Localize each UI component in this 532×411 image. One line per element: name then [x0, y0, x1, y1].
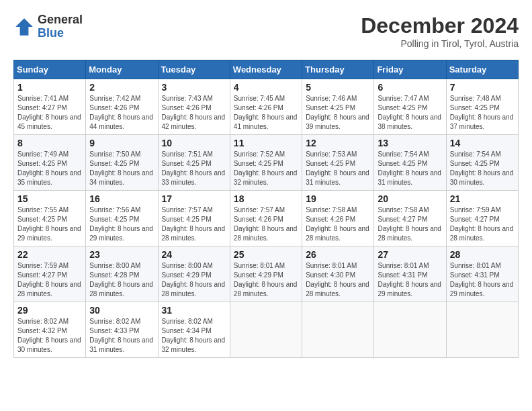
day-number: 30 — [89, 305, 154, 316]
day-number: 16 — [89, 193, 154, 204]
daylight-label: Daylight: 8 hours and 32 minutes. — [162, 336, 226, 353]
day-number: 6 — [378, 82, 442, 93]
sunrise-label: Sunrise: 8:02 AM — [89, 318, 140, 325]
title-block: December 2024 Polling in Tirol, Tyrol, A… — [361, 13, 519, 49]
table-row: 19 Sunrise: 7:58 AM Sunset: 4:26 PM Dayl… — [302, 191, 374, 246]
day-number: 15 — [17, 193, 82, 204]
day-info: Sunrise: 7:48 AM Sunset: 4:25 PM Dayligh… — [450, 94, 515, 132]
table-row: 18 Sunrise: 7:57 AM Sunset: 4:26 PM Dayl… — [230, 191, 302, 246]
sunrise-label: Sunrise: 7:58 AM — [378, 206, 429, 214]
table-row: 22 Sunrise: 7:59 AM Sunset: 4:27 PM Dayl… — [14, 246, 86, 302]
sunrise-label: Sunrise: 7:57 AM — [162, 206, 213, 214]
sunset-label: Sunset: 4:25 PM — [17, 216, 67, 223]
sunrise-label: Sunrise: 7:53 AM — [306, 150, 357, 158]
day-info: Sunrise: 7:59 AM Sunset: 4:27 PM Dayligh… — [450, 205, 515, 243]
day-number: 10 — [162, 138, 226, 148]
day-info: Sunrise: 7:54 AM Sunset: 4:25 PM Dayligh… — [378, 150, 442, 187]
daylight-label: Daylight: 8 hours and 28 minutes. — [234, 225, 298, 242]
table-row: 21 Sunrise: 7:59 AM Sunset: 4:27 PM Dayl… — [446, 191, 518, 246]
table-row: 8 Sunrise: 7:49 AM Sunset: 4:25 PM Dayli… — [14, 135, 86, 191]
day-info: Sunrise: 7:49 AM Sunset: 4:25 PM Dayligh… — [17, 150, 82, 187]
daylight-label: Daylight: 8 hours and 45 minutes. — [17, 113, 81, 130]
day-info: Sunrise: 7:42 AM Sunset: 4:26 PM Dayligh… — [89, 94, 154, 132]
day-info: Sunrise: 7:58 AM Sunset: 4:27 PM Dayligh… — [378, 205, 442, 243]
day-number: 8 — [17, 138, 82, 148]
sunrise-label: Sunrise: 7:56 AM — [89, 206, 140, 214]
table-row: 15 Sunrise: 7:55 AM Sunset: 4:25 PM Dayl… — [14, 191, 86, 246]
daylight-label: Daylight: 8 hours and 30 minutes. — [450, 169, 514, 186]
sunrise-label: Sunrise: 7:52 AM — [234, 150, 285, 158]
sunrise-label: Sunrise: 8:01 AM — [450, 262, 501, 269]
day-info: Sunrise: 7:50 AM Sunset: 4:25 PM Dayligh… — [89, 150, 154, 187]
calendar-week-row: 8 Sunrise: 7:49 AM Sunset: 4:25 PM Dayli… — [14, 135, 519, 191]
daylight-label: Daylight: 8 hours and 31 minutes. — [89, 336, 153, 353]
daylight-label: Daylight: 8 hours and 34 minutes. — [89, 169, 153, 186]
sunrise-label: Sunrise: 7:59 AM — [450, 206, 501, 214]
table-row — [230, 302, 302, 358]
daylight-label: Daylight: 8 hours and 38 minutes. — [378, 113, 441, 130]
table-row: 14 Sunrise: 7:54 AM Sunset: 4:25 PM Dayl… — [446, 135, 518, 191]
col-thursday: Thursday — [302, 60, 374, 79]
table-row: 17 Sunrise: 7:57 AM Sunset: 4:25 PM Dayl… — [158, 191, 230, 246]
daylight-label: Daylight: 8 hours and 30 minutes. — [17, 336, 81, 353]
col-friday: Friday — [374, 60, 446, 79]
daylight-label: Daylight: 8 hours and 44 minutes. — [89, 113, 153, 130]
sunset-label: Sunset: 4:30 PM — [306, 271, 355, 279]
day-number: 26 — [306, 249, 370, 260]
sunrise-label: Sunrise: 7:42 AM — [89, 95, 140, 102]
table-row: 2 Sunrise: 7:42 AM Sunset: 4:26 PM Dayli… — [86, 79, 158, 135]
sunset-label: Sunset: 4:26 PM — [89, 104, 139, 111]
logo: General Blue — [13, 13, 83, 40]
table-row: 3 Sunrise: 7:43 AM Sunset: 4:26 PM Dayli… — [158, 79, 230, 135]
table-row: 31 Sunrise: 8:02 AM Sunset: 4:34 PM Dayl… — [158, 302, 230, 358]
sunset-label: Sunset: 4:27 PM — [17, 104, 67, 111]
sunrise-label: Sunrise: 7:43 AM — [162, 95, 213, 102]
calendar-week-row: 15 Sunrise: 7:55 AM Sunset: 4:25 PM Dayl… — [14, 191, 519, 246]
day-number: 13 — [378, 138, 442, 148]
sunset-label: Sunset: 4:25 PM — [450, 160, 500, 167]
day-info: Sunrise: 7:51 AM Sunset: 4:25 PM Dayligh… — [162, 150, 226, 187]
table-row: 1 Sunrise: 7:41 AM Sunset: 4:27 PM Dayli… — [14, 79, 86, 135]
daylight-label: Daylight: 8 hours and 28 minutes. — [89, 281, 153, 298]
sunrise-label: Sunrise: 7:55 AM — [17, 206, 69, 214]
sunrise-label: Sunrise: 7:59 AM — [17, 262, 69, 269]
daylight-label: Daylight: 8 hours and 28 minutes. — [378, 225, 441, 242]
daylight-label: Daylight: 8 hours and 28 minutes. — [306, 281, 369, 298]
sunset-label: Sunset: 4:31 PM — [450, 271, 500, 279]
day-info: Sunrise: 8:01 AM Sunset: 4:30 PM Dayligh… — [306, 261, 370, 299]
daylight-label: Daylight: 8 hours and 37 minutes. — [450, 113, 514, 130]
sunrise-label: Sunrise: 8:01 AM — [234, 262, 285, 269]
day-number: 18 — [234, 193, 298, 204]
sunset-label: Sunset: 4:25 PM — [162, 216, 212, 223]
sunset-label: Sunset: 4:32 PM — [17, 327, 67, 334]
table-row: 25 Sunrise: 8:01 AM Sunset: 4:29 PM Dayl… — [230, 246, 302, 302]
table-row: 16 Sunrise: 7:56 AM Sunset: 4:25 PM Dayl… — [86, 191, 158, 246]
sunset-label: Sunset: 4:25 PM — [162, 160, 212, 167]
sunrise-label: Sunrise: 7:54 AM — [378, 150, 429, 158]
logo-icon — [13, 16, 35, 38]
col-wednesday: Wednesday — [230, 60, 302, 79]
calendar-table: Sunday Monday Tuesday Wednesday Thursday… — [13, 60, 519, 358]
day-number: 4 — [234, 82, 298, 93]
sunset-label: Sunset: 4:26 PM — [162, 104, 212, 111]
sunrise-label: Sunrise: 8:00 AM — [162, 262, 213, 269]
sunset-label: Sunset: 4:27 PM — [17, 271, 67, 279]
day-info: Sunrise: 7:53 AM Sunset: 4:25 PM Dayligh… — [306, 150, 370, 187]
daylight-label: Daylight: 8 hours and 28 minutes. — [306, 225, 369, 242]
day-number: 9 — [89, 138, 154, 148]
table-row: 5 Sunrise: 7:46 AM Sunset: 4:25 PM Dayli… — [302, 79, 374, 135]
day-number: 7 — [450, 82, 515, 93]
sunset-label: Sunset: 4:25 PM — [234, 160, 283, 167]
sunrise-label: Sunrise: 7:47 AM — [378, 95, 429, 102]
daylight-label: Daylight: 8 hours and 29 minutes. — [450, 281, 514, 298]
day-number: 19 — [306, 193, 370, 204]
sunset-label: Sunset: 4:25 PM — [89, 160, 139, 167]
day-number: 29 — [17, 305, 82, 316]
sunset-label: Sunset: 4:25 PM — [17, 160, 67, 167]
day-number: 27 — [378, 249, 442, 260]
day-info: Sunrise: 8:02 AM Sunset: 4:32 PM Dayligh… — [17, 317, 82, 355]
sunrise-label: Sunrise: 7:41 AM — [17, 95, 69, 102]
day-number: 22 — [17, 249, 82, 260]
sunset-label: Sunset: 4:33 PM — [89, 327, 139, 334]
day-info: Sunrise: 7:57 AM Sunset: 4:25 PM Dayligh… — [162, 205, 226, 243]
